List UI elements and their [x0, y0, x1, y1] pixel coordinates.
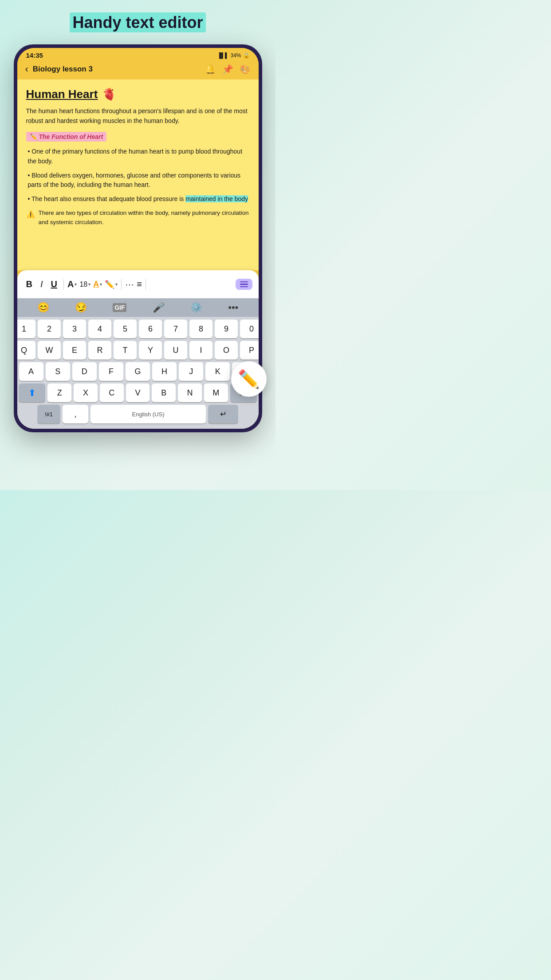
key-4[interactable]: 4	[88, 320, 111, 338]
enter-key[interactable]: ↵	[208, 405, 238, 423]
more-options-button[interactable]	[236, 279, 252, 290]
lock-icon: 🔒	[243, 52, 250, 59]
key-o[interactable]: O	[215, 341, 238, 360]
warning-text: There are two types of circulation withi…	[39, 209, 250, 227]
key-t[interactable]: T	[114, 341, 137, 360]
section-heading-text: The Function of Heart	[39, 133, 103, 140]
font-size-picker[interactable]: 18 ▾	[79, 281, 91, 288]
key-v[interactable]: V	[126, 383, 150, 402]
key-1[interactable]: 1	[17, 320, 36, 338]
back-button[interactable]: ‹	[25, 63, 28, 75]
document-area: Human Heart 🫀 The human heart functions …	[17, 79, 259, 270]
keyboard: 😊 😏 GIF 🎤 ⚙️ ••• 1 2 3 4 5 6 7 8 9	[17, 298, 259, 429]
font-picker[interactable]: A ▾	[67, 279, 77, 289]
underline-button[interactable]: U	[48, 277, 60, 291]
divider-2	[121, 279, 122, 290]
bell-icon[interactable]: 🔔	[205, 64, 216, 75]
key-0[interactable]: 0	[240, 320, 259, 338]
key-g[interactable]: G	[126, 362, 150, 381]
warning-icon: ⚠️	[26, 209, 35, 220]
section-heading: ✏️ The Function of Heart	[26, 132, 107, 142]
status-bar: 14:35 ▐▌▌ 34% 🔒	[17, 48, 259, 61]
key-j[interactable]: J	[179, 362, 203, 381]
edit-pencil-icon: ✏️	[238, 369, 260, 390]
gif-button[interactable]: GIF	[113, 303, 126, 312]
zxcv-row: ⬆ Z X C V B N M ⌫	[19, 383, 257, 402]
settings-button[interactable]: ⚙️	[190, 302, 202, 313]
phone-frame: 14:35 ▐▌▌ 34% 🔒 ‹ Biology lesson 3 🔔 📌 🎨…	[14, 44, 262, 432]
key-q[interactable]: Q	[17, 341, 36, 360]
document-body: The human heart functions throughout a p…	[26, 107, 250, 126]
pin-icon[interactable]: 📌	[222, 64, 233, 75]
key-7[interactable]: 7	[164, 320, 187, 338]
key-u[interactable]: U	[164, 341, 187, 360]
key-w[interactable]: W	[38, 341, 61, 360]
key-p[interactable]: P	[240, 341, 259, 360]
key-9[interactable]: 9	[215, 320, 238, 338]
key-x[interactable]: X	[74, 383, 98, 402]
key-3[interactable]: 3	[63, 320, 86, 338]
status-icons: ▐▌▌ 34% 🔒	[217, 52, 250, 59]
bullet-list-button[interactable]: ≡	[137, 279, 142, 289]
comma-key[interactable]: ,	[63, 405, 88, 423]
key-z[interactable]: Z	[47, 383, 71, 402]
sticker-button[interactable]: 😏	[75, 302, 87, 313]
qwerty-row: Q W E R T Y U I O P	[19, 341, 257, 360]
pen-arrow: ▾	[115, 282, 118, 287]
shift-key[interactable]: ⬆	[19, 383, 45, 402]
menu-line-2	[240, 284, 248, 285]
key-2[interactable]: 2	[38, 320, 61, 338]
status-time: 14:35	[26, 51, 43, 59]
number-row: 1 2 3 4 5 6 7 8 9 0	[19, 320, 257, 338]
formatting-toolbar: B I U A ▾ 18 ▾ A ▾ ✏️ ▾ ⋯ ≡	[17, 270, 259, 298]
bold-button[interactable]: B	[24, 277, 35, 291]
key-f[interactable]: F	[99, 362, 123, 381]
key-b[interactable]: B	[152, 383, 176, 402]
key-s[interactable]: S	[46, 362, 70, 381]
key-y[interactable]: Y	[139, 341, 162, 360]
key-m[interactable]: M	[204, 383, 228, 402]
space-key[interactable]: English (US)	[91, 405, 206, 423]
pencil-icon: ✏️	[30, 133, 37, 140]
font-icon: A	[67, 279, 74, 289]
key-h[interactable]: H	[152, 362, 177, 381]
menu-line-1	[240, 281, 248, 283]
font-size-label: 18	[79, 281, 87, 288]
highlight-picker[interactable]: A ▾	[93, 280, 102, 289]
key-e[interactable]: E	[63, 341, 86, 360]
bottom-row: !#1 , English (US) ↵	[19, 405, 257, 423]
page-headline: Handy text editor	[70, 13, 205, 32]
bullet-item-2: • Blood delivers oxygen, hormones, gluco…	[26, 171, 250, 190]
battery-level: 34%	[230, 52, 241, 59]
warning-item: ⚠️ There are two types of circulation wi…	[26, 209, 250, 227]
key-c[interactable]: C	[100, 383, 124, 402]
special-key[interactable]: !#1	[37, 405, 60, 423]
pen-picker[interactable]: ✏️ ▾	[105, 280, 118, 289]
palette-icon[interactable]: 🎨	[240, 64, 251, 75]
bullet-list: • One of the primary functions of the hu…	[26, 147, 250, 227]
mic-button[interactable]: 🎤	[153, 302, 165, 313]
key-d[interactable]: D	[72, 362, 97, 381]
divider-3	[146, 279, 146, 290]
key-k[interactable]: K	[205, 362, 230, 381]
nav-title: Biology lesson 3	[33, 65, 201, 74]
font-arrow: ▾	[75, 282, 77, 287]
font-size-arrow: ▾	[88, 282, 91, 287]
document-title-row: Human Heart 🫀	[26, 87, 250, 101]
key-6[interactable]: 6	[139, 320, 162, 338]
italic-button[interactable]: I	[38, 277, 46, 291]
nav-bar: ‹ Biology lesson 3 🔔 📌 🎨	[17, 61, 259, 79]
floating-edit-button[interactable]: ✏️	[231, 361, 267, 397]
more-button[interactable]: •••	[228, 302, 238, 313]
key-r[interactable]: R	[88, 341, 111, 360]
key-i[interactable]: I	[189, 341, 213, 360]
highlight-arrow: ▾	[100, 282, 102, 287]
key-8[interactable]: 8	[189, 320, 213, 338]
keyboard-rows: 1 2 3 4 5 6 7 8 9 0 Q W E R T	[17, 317, 259, 429]
emoji-button[interactable]: 😊	[37, 302, 49, 313]
key-5[interactable]: 5	[114, 320, 137, 338]
numbered-list-button[interactable]: ⋯	[125, 279, 134, 290]
key-n[interactable]: N	[178, 383, 202, 402]
key-a[interactable]: A	[19, 362, 43, 381]
keyboard-toolbar: 😊 😏 GIF 🎤 ⚙️ •••	[17, 298, 259, 317]
